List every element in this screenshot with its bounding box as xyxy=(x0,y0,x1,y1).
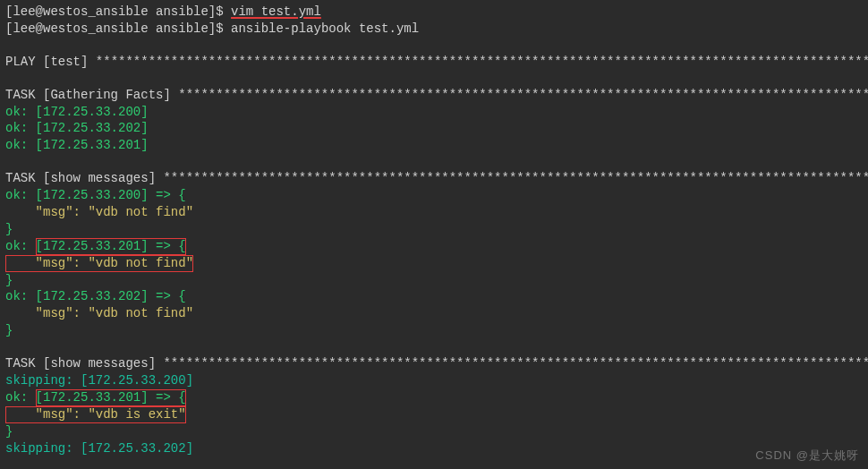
prompt-line: [lee@westos_ansible ansible]$ vim test.y… xyxy=(0,4,868,21)
prompt-symbol: $ xyxy=(216,4,223,19)
facts-result: ok: [172.25.33.201] xyxy=(0,137,868,154)
command-vim: vim test.yml xyxy=(231,4,321,19)
task-stars: ****************************************… xyxy=(178,88,868,102)
msg-result-body-highlighted: "msg": "vdb is exit" xyxy=(0,406,868,423)
msg-result-open: ok: [172.25.33.200] => { xyxy=(0,187,868,204)
msg-result-open-highlighted: ok: [172.25.33.201] => { xyxy=(0,389,868,406)
spacer xyxy=(0,38,868,54)
task-gathering-facts-header: TASK [Gathering Facts] *****************… xyxy=(0,87,868,104)
red-highlight-box: [172.25.33.201] => { xyxy=(36,389,186,406)
prompt-user-host: [lee@westos_ansible ansible] xyxy=(5,21,216,36)
prompt-symbol: $ xyxy=(216,21,223,36)
task-label: TASK [Gathering Facts] xyxy=(5,88,178,102)
msg-result-close: } xyxy=(0,322,868,339)
skipping-result: skipping: [172.25.33.200] xyxy=(0,372,868,389)
task-stars: ****************************************… xyxy=(163,171,868,185)
red-highlight-box: [172.25.33.201] => { xyxy=(36,238,186,255)
facts-result: ok: [172.25.33.202] xyxy=(0,120,868,137)
task-show-messages-header: TASK [show messages] *******************… xyxy=(0,170,868,187)
skipping-result: skipping: [172.25.33.202] xyxy=(0,440,868,457)
msg-result-body-highlighted: "msg": "vdb not find" xyxy=(0,255,868,272)
red-highlight-box: "msg": "vdb not find" xyxy=(5,255,193,272)
watermark: CSDN @是大姚呀 xyxy=(755,448,859,464)
msg-result-body: "msg": "vdb not find" xyxy=(0,204,868,221)
ok-prefix: ok: xyxy=(5,390,36,405)
msg-result-close: } xyxy=(0,221,868,238)
play-label: PLAY [test] xyxy=(5,55,96,69)
task-label: TASK [show messages] xyxy=(5,356,163,371)
facts-result: ok: [172.25.33.200] xyxy=(0,104,868,121)
spacer xyxy=(0,339,868,355)
command-ansible-playbook: ansible-playbook test.yml xyxy=(231,21,419,36)
ok-prefix: ok: xyxy=(5,239,36,253)
task-stars: ****************************************… xyxy=(163,356,868,371)
play-header: PLAY [test] ****************************… xyxy=(0,54,868,71)
msg-result-close: } xyxy=(0,423,868,440)
msg-result-open-highlighted: ok: [172.25.33.201] => { xyxy=(0,238,868,255)
prompt-user-host: [lee@westos_ansible ansible] xyxy=(5,4,216,19)
spacer xyxy=(0,71,868,87)
msg-result-body: "msg": "vdb not find" xyxy=(0,305,868,322)
task-show-messages-header: TASK [show messages] *******************… xyxy=(0,355,868,372)
play-stars: ****************************************… xyxy=(96,55,868,69)
msg-result-close: } xyxy=(0,272,868,289)
task-label: TASK [show messages] xyxy=(5,171,163,185)
prompt-line: [lee@westos_ansible ansible]$ ansible-pl… xyxy=(0,21,868,38)
msg-result-open: ok: [172.25.33.202] => { xyxy=(0,288,868,305)
red-highlight-box: "msg": "vdb is exit" xyxy=(5,406,186,423)
spacer xyxy=(0,154,868,170)
